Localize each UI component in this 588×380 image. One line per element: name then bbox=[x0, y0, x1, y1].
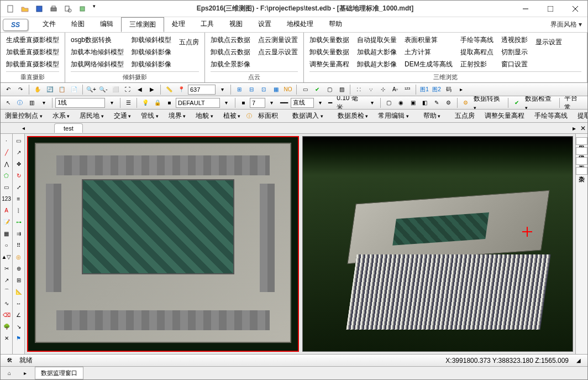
cmd-unload-vector[interactable]: 卸载矢量数据 bbox=[309, 47, 349, 57]
copy-icon[interactable]: 📋 bbox=[56, 84, 67, 95]
save-icon[interactable] bbox=[34, 3, 45, 14]
data-convert-icon[interactable]: ⚙ bbox=[460, 97, 471, 108]
tool-d-icon[interactable]: ◧ bbox=[419, 97, 431, 108]
cmd-load-local-oblique[interactable]: 加载本地倾斜模型 bbox=[71, 47, 124, 57]
measure-icon[interactable]: 📏 bbox=[164, 84, 175, 95]
bulb-icon[interactable]: 💡 bbox=[140, 97, 151, 108]
cmd-load-net-oblique[interactable]: 加载网络倾斜模型 bbox=[71, 59, 124, 69]
cmd-dem-contour[interactable]: DEM生成等高线 bbox=[405, 59, 453, 69]
cmd-earthwork[interactable]: 土方计算 bbox=[405, 47, 453, 57]
tab-pipeline[interactable]: 管线 bbox=[136, 110, 163, 122]
grid4-icon[interactable]: ▦ bbox=[270, 84, 281, 95]
dd4-icon[interactable]: ▾ bbox=[221, 97, 232, 108]
grid3-icon[interactable]: ⊡ bbox=[258, 84, 269, 95]
zoom-in-icon[interactable]: 🔍+ bbox=[86, 84, 97, 95]
menu-terrain[interactable]: 地模处理 bbox=[279, 17, 321, 32]
cmd-load-panorama[interactable]: 加载全景影像 bbox=[211, 59, 250, 69]
tab-terrain[interactable]: 地貌 bbox=[191, 110, 218, 122]
tab-area-label[interactable]: 标面积 bbox=[254, 110, 282, 122]
fig2-icon[interactable]: 图2 bbox=[431, 84, 442, 95]
tool2-target-icon[interactable]: ◎ bbox=[14, 252, 23, 262]
minimize-button[interactable] bbox=[513, 1, 538, 17]
tool2-move-icon[interactable]: ✥ bbox=[14, 159, 23, 169]
tab-qc[interactable]: 数据质检 bbox=[333, 110, 373, 122]
tool2-pick-icon[interactable]: ↗ bbox=[14, 147, 23, 157]
tab-five-point[interactable]: 五点房 bbox=[450, 110, 479, 122]
grid-icon[interactable]: ⊞ bbox=[234, 84, 245, 95]
menu-process[interactable]: 处理 bbox=[164, 17, 193, 32]
tool-e-icon[interactable]: ✎ bbox=[431, 97, 442, 108]
tool2-offset-icon[interactable]: ⇉ bbox=[14, 228, 23, 238]
cmd-adjust-vector-h[interactable]: 调整矢量高程 bbox=[309, 59, 349, 69]
grid2-icon[interactable]: ⊟ bbox=[246, 84, 257, 95]
tool-extend-icon[interactable]: ↗ bbox=[2, 275, 11, 285]
layer-name-select[interactable] bbox=[176, 98, 220, 108]
color-swatch-icon[interactable]: ■ bbox=[164, 97, 175, 108]
cmd-five-point[interactable]: 五点房 bbox=[179, 37, 199, 47]
tool2-snap-icon[interactable]: ⊕ bbox=[14, 263, 23, 273]
menu-tools[interactable]: 工具 bbox=[193, 17, 222, 32]
bottom-home-icon[interactable]: ⌂ bbox=[4, 368, 15, 379]
cmd-unload-oblique-image2[interactable]: 卸载倾斜影像 bbox=[132, 59, 171, 69]
menu-file[interactable]: 文件 bbox=[35, 17, 64, 32]
tool-delete-icon[interactable]: ⌫ bbox=[2, 310, 11, 320]
dd3-icon[interactable]: ▾ bbox=[106, 97, 117, 108]
bottom-expand-icon[interactable]: ▸ bbox=[19, 368, 30, 379]
data-convert-button[interactable]: 数据转换 bbox=[472, 96, 505, 110]
tool-tree-icon[interactable]: 🌳 bbox=[2, 321, 11, 331]
tool-rect-icon[interactable]: ▭ bbox=[2, 182, 11, 192]
check-icon[interactable]: ✔ bbox=[312, 84, 323, 95]
tool-point-icon[interactable]: · bbox=[2, 136, 11, 145]
document-tab[interactable]: test bbox=[54, 123, 83, 133]
tab-extract-elev[interactable]: 提取高程点 bbox=[573, 110, 587, 122]
tool2-dim-icon[interactable]: ↔ bbox=[14, 298, 23, 308]
tool-arc-icon[interactable]: ⌒ bbox=[2, 287, 11, 296]
zoom-extent-icon[interactable]: ⛶ bbox=[122, 84, 133, 95]
dd7-icon[interactable]: ▾ bbox=[367, 97, 378, 108]
marker-icon[interactable]: 📍 bbox=[176, 84, 187, 95]
tab-data-import[interactable]: 数据调入 bbox=[288, 110, 328, 122]
tool-cross-icon[interactable]: ✕ bbox=[2, 333, 11, 343]
selection-icon[interactable]: ↖ bbox=[3, 97, 14, 108]
cmd-auto-extract-vector[interactable]: 自动提取矢量 bbox=[357, 35, 397, 45]
panel-image-window[interactable]: 影像窗口 bbox=[576, 137, 587, 145]
fill-icon[interactable]: ▨ bbox=[336, 84, 347, 95]
menu-view[interactable]: 视图 bbox=[222, 17, 250, 32]
menu-edit[interactable]: 编辑 bbox=[92, 17, 121, 32]
layer-panel-icon[interactable]: ▥ bbox=[27, 97, 38, 108]
close-button[interactable] bbox=[563, 1, 587, 17]
tool2-align-icon[interactable]: ≡ bbox=[14, 194, 23, 204]
cmd-osgb-convert[interactable]: osgb数据转换 bbox=[71, 35, 124, 45]
cmd-surface-area[interactable]: 表面积量算 bbox=[405, 35, 453, 45]
text-a-icon[interactable]: A▫ bbox=[390, 84, 401, 95]
data-check-icon[interactable]: ✔ bbox=[511, 97, 522, 108]
tool-spline-icon[interactable]: ∿ bbox=[2, 298, 11, 308]
tab-hand-contour[interactable]: 手绘等高线 bbox=[530, 110, 572, 122]
tab-control-points[interactable]: 测量控制点 bbox=[1, 110, 47, 122]
status-tool-icon[interactable]: 🛠 bbox=[4, 355, 15, 366]
cmd-unload-vertical-model[interactable]: 卸载垂直摄影模型 bbox=[6, 59, 59, 69]
tool2-rotate-icon[interactable]: ↻ bbox=[14, 170, 23, 180]
tool2-leader-icon[interactable]: ↘ bbox=[14, 321, 23, 331]
no-icon[interactable]: NO bbox=[282, 84, 293, 95]
cmd-load-large-image[interactable]: 加载超大影像 bbox=[357, 47, 397, 57]
tab-vegetation[interactable]: 植被 bbox=[219, 110, 245, 122]
cmd-unload-large-image[interactable]: 卸载超大影像 bbox=[357, 59, 397, 69]
tool2-join-icon[interactable]: ⊶ bbox=[14, 217, 23, 227]
menu-draw[interactable]: 绘图 bbox=[64, 17, 92, 32]
cmd-load-vertical-model[interactable]: 加载垂直摄影模型 bbox=[6, 47, 59, 57]
text-123-icon[interactable]: ¹²³ bbox=[402, 84, 413, 95]
tab-residential[interactable]: 居民地 bbox=[75, 110, 108, 122]
doctab-prev-icon[interactable]: ◂ bbox=[1, 123, 24, 134]
bottom-tab-data-supervision[interactable]: 数据监理窗口 bbox=[35, 367, 83, 379]
dropdown-icon[interactable]: ▾ bbox=[217, 84, 228, 95]
settings-icon[interactable] bbox=[77, 3, 88, 14]
viewport-2d[interactable] bbox=[27, 136, 299, 352]
doctab-next-icon[interactable]: ▸ bbox=[570, 124, 579, 132]
cmd-ortho-proj[interactable]: 正射投影 bbox=[460, 59, 494, 69]
snap-grid-icon[interactable]: ⊹ bbox=[377, 84, 389, 95]
tool2-array-icon[interactable]: ⠿ bbox=[14, 240, 23, 250]
dd5-icon[interactable]: ▾ bbox=[266, 97, 277, 108]
qat-dropdown-icon[interactable]: ▾ bbox=[91, 3, 97, 14]
cmd-unload-pointcloud[interactable]: 卸载点云数据 bbox=[211, 47, 250, 57]
